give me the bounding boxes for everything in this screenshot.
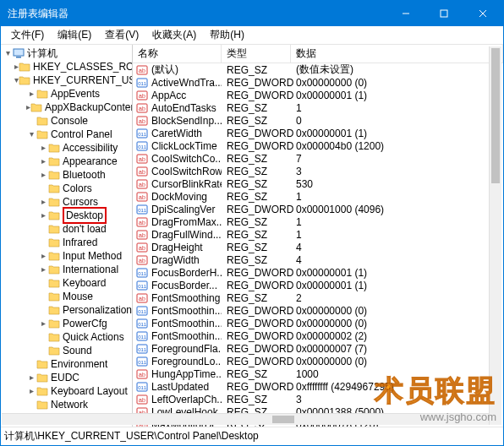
expand-toggle[interactable]: ▸ (38, 317, 48, 330)
scroll-thumb[interactable] (272, 416, 294, 423)
tree-item[interactable]: ▸Desktop (1, 209, 132, 222)
expand-toggle[interactable]: ▸ (38, 195, 48, 209)
value-row[interactable]: ClickLockTimeREG_DWORD0x000004b0 (1200) (133, 139, 503, 152)
minimize-button[interactable] (386, 1, 425, 26)
tree-item[interactable]: ▾计算机 (1, 46, 132, 60)
tree-item[interactable]: Colors (1, 182, 132, 195)
value-type: REG_SZ (222, 115, 291, 127)
folder-icon (48, 197, 60, 207)
folder-icon (19, 75, 30, 85)
tree-item[interactable]: ▸Bluetooth (1, 168, 132, 182)
tree-item[interactable]: ▸PowerCfg (1, 317, 132, 330)
tree-item[interactable]: ▸Input Method (1, 249, 132, 263)
tree-item[interactable]: Console (1, 114, 132, 128)
expand-toggle[interactable]: ▸ (38, 263, 48, 276)
value-row[interactable]: DragFullWind...REG_SZ1 (133, 228, 503, 241)
tree-item[interactable]: Sound (1, 344, 132, 357)
value-row[interactable]: CursorBlinkRateREG_SZ530 (133, 177, 503, 190)
expand-toggle[interactable]: ▾ (26, 128, 36, 141)
value-row[interactable]: DragHeightREG_SZ4 (133, 241, 503, 253)
list-scroll-v[interactable] (489, 46, 501, 425)
tree-item[interactable]: ▾HKEY_CURRENT_USER (1, 73, 132, 87)
value-row[interactable]: DragFromMax...REG_SZ1 (133, 215, 503, 228)
value-data: 0x00000001 (1) (291, 90, 503, 101)
tree-item[interactable]: ▸AppXBackupConten (1, 101, 132, 114)
scroll-thumb[interactable] (491, 48, 500, 183)
value-row[interactable]: AutoEndTasksREG_SZ1 (133, 101, 503, 114)
expand-toggle[interactable]: ▸ (26, 87, 36, 101)
maximize-button[interactable] (425, 1, 463, 26)
value-name: FontSmoothing (151, 292, 220, 304)
menu-edit[interactable]: 编辑(E) (51, 26, 98, 44)
value-row[interactable]: FocusBorderH...REG_DWORD0x00000001 (1) (133, 266, 503, 279)
value-row[interactable]: HungAppTime...REG_SZ1000 (133, 367, 503, 380)
value-row[interactable]: CoolSwitchRowsREG_SZ3 (133, 165, 503, 177)
menu-favorites[interactable]: 收藏夹(A) (145, 26, 203, 44)
tree-item[interactable]: ▸Appearance (1, 155, 132, 168)
menu-help[interactable]: 帮助(H) (203, 26, 251, 44)
binary-value-icon (136, 305, 148, 317)
expand-toggle[interactable]: ▸ (38, 141, 48, 155)
col-data[interactable]: 数据 (291, 45, 503, 63)
value-row[interactable]: (默认)REG_SZ(数值未设置) (133, 63, 503, 76)
value-data: 1 (291, 191, 503, 203)
value-row[interactable]: DockMovingREG_SZ1 (133, 190, 503, 203)
expand-toggle[interactable]: ▸ (26, 384, 36, 398)
expand-toggle[interactable]: ▸ (26, 371, 36, 384)
value-row[interactable]: FocusBorder...REG_DWORD0x00000001 (1) (133, 279, 503, 291)
value-name: AutoEndTasks (151, 102, 216, 114)
tree-item[interactable]: ▸AppEvents (1, 87, 132, 101)
col-name[interactable]: 名称 (133, 45, 222, 63)
folder-icon (48, 264, 60, 275)
value-row[interactable]: FontSmoothin...REG_DWORD0x00000000 (0) (133, 317, 503, 329)
list-scroll-h[interactable] (2, 413, 490, 425)
tree-item[interactable]: ▸HKEY_CLASSES_ROOT (1, 60, 132, 73)
menu-file[interactable]: 文件(F) (4, 26, 51, 44)
close-button[interactable] (463, 1, 503, 26)
value-name: FocusBorderH... (151, 267, 222, 279)
tree-item[interactable]: Network (1, 398, 132, 411)
col-type[interactable]: 类型 (222, 45, 291, 63)
value-row[interactable]: DpiScalingVerREG_DWORD0x00001000 (4096) (133, 203, 503, 215)
tree-panel[interactable]: ▾计算机▸HKEY_CLASSES_ROOT▾HKEY_CURRENT_USER… (1, 45, 133, 427)
value-type: REG_DWORD (222, 330, 291, 342)
expand-toggle[interactable]: ▸ (38, 155, 48, 168)
value-row[interactable]: CaretWidthREG_DWORD0x00000001 (1) (133, 127, 503, 139)
tree-item[interactable]: ▸Accessibility (1, 141, 132, 155)
tree-item[interactable]: don't load (1, 222, 132, 236)
value-row[interactable]: LeftOverlapCh...REG_SZ3 (133, 393, 503, 405)
expand-toggle[interactable]: ▾ (3, 46, 13, 60)
menu-view[interactable]: 查看(V) (98, 26, 145, 44)
value-row[interactable]: BlockSendInp...REG_SZ0 (133, 114, 503, 127)
value-type: REG_DWORD (222, 318, 291, 329)
tree-item[interactable]: Infrared (1, 236, 132, 249)
tree-item[interactable]: Mouse (1, 290, 132, 303)
expand-toggle[interactable]: ▸ (38, 249, 48, 263)
value-name: ActiveWndTra... (151, 77, 222, 89)
value-type: REG_DWORD (222, 140, 291, 152)
tree-item[interactable]: Quick Actions (1, 330, 132, 344)
expand-toggle[interactable]: ▸ (38, 168, 48, 182)
tree-item[interactable]: ▸EUDC (1, 371, 132, 384)
tree-item[interactable]: Keyboard (1, 276, 132, 290)
value-row[interactable]: AppAccREG_DWORD0x00000001 (1) (133, 89, 503, 101)
value-row[interactable]: ActiveWndTra...REG_DWORD0x00000000 (0) (133, 76, 503, 89)
tree-item[interactable]: ▸International (1, 263, 132, 276)
value-row[interactable]: FontSmoothin...REG_DWORD0x00000002 (2) (133, 329, 503, 342)
value-row[interactable]: DragWidthREG_SZ4 (133, 253, 503, 266)
expand-toggle[interactable]: ▸ (38, 209, 48, 222)
value-row[interactable]: ForegroundFla...REG_DWORD0x00000007 (7) (133, 342, 503, 355)
value-type: REG_SZ (222, 229, 291, 241)
tree-item[interactable]: Personalization (1, 303, 132, 317)
values-panel[interactable]: 名称 类型 数据 (默认)REG_SZ(数值未设置)ActiveWndTra..… (133, 45, 503, 427)
value-row[interactable]: LastUpdatedREG_DWORD0xffffffff (42949672… (133, 380, 503, 393)
value-row[interactable]: FontSmoothin...REG_DWORD0x00000000 (0) (133, 304, 503, 317)
value-row[interactable]: FontSmoothingREG_SZ2 (133, 291, 503, 304)
value-name: DragWidth (151, 254, 200, 266)
tree-item[interactable]: ▸Keyboard Layout (1, 384, 132, 398)
tree-item[interactable]: Environment (1, 357, 132, 371)
value-row[interactable]: ForegroundLo...REG_DWORD0x00000000 (0) (133, 355, 503, 367)
tree-item[interactable]: ▾Control Panel (1, 128, 132, 141)
value-type: REG_SZ (222, 394, 291, 405)
value-row[interactable]: CoolSwitchCo...REG_SZ7 (133, 152, 503, 165)
